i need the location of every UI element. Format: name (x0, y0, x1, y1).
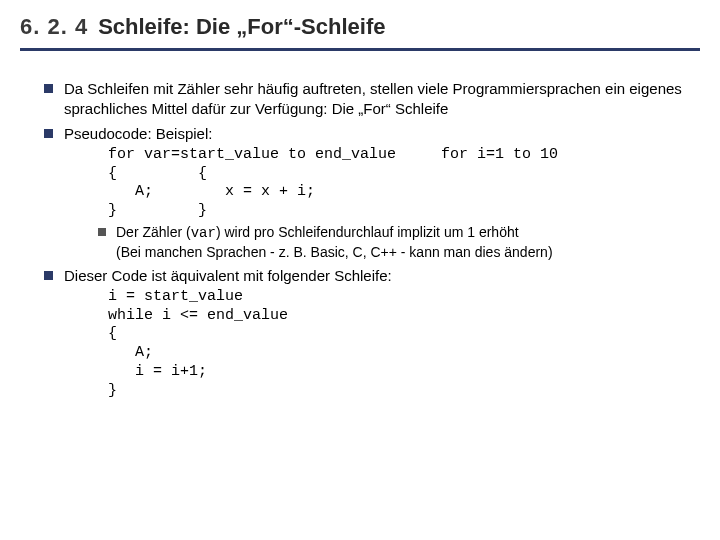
code-block-2: i = start_value while i <= end_value { A… (108, 288, 700, 401)
sub-bullet-list: Der Zähler (var) wird pro Schleifendurch… (64, 223, 700, 262)
bullet-list: Da Schleifen mit Zähler sehr häufig auft… (20, 79, 700, 400)
sub-bullet-1-pre: Der Zähler ( (116, 224, 191, 240)
sub-bullet-1-var: var (191, 225, 216, 241)
bullet-2: Pseudocode: Beispiel: for var=start_valu… (44, 124, 700, 262)
slide-title: Schleife: Die „For“-Schleife (98, 14, 385, 40)
bullet-3-text: Dieser Code ist äquivalent mit folgender… (64, 267, 392, 284)
bullet-3: Dieser Code ist äquivalent mit folgender… (44, 266, 700, 401)
bullet-2-text: Pseudocode: Beispiel: (64, 125, 212, 142)
slide-number: 6. 2. 4 (20, 14, 88, 40)
code-block-1: for var=start_value to end_value for i=1… (108, 146, 700, 221)
sub-bullet-1: Der Zähler (var) wird pro Schleifendurch… (98, 223, 700, 262)
bullet-1-text: Da Schleifen mit Zähler sehr häufig auft… (64, 80, 682, 117)
bullet-1: Da Schleifen mit Zähler sehr häufig auft… (44, 79, 700, 120)
slide-title-row: 6. 2. 4 Schleife: Die „For“-Schleife (20, 14, 700, 51)
slide: 6. 2. 4 Schleife: Die „For“-Schleife Da … (0, 0, 720, 540)
